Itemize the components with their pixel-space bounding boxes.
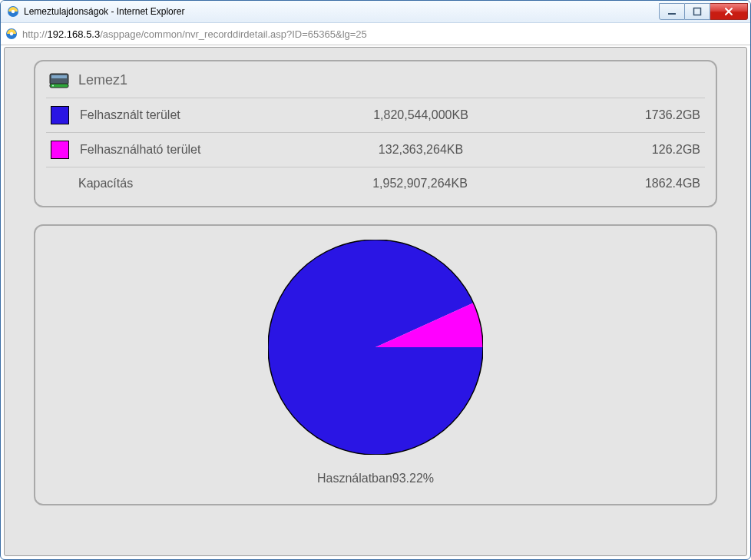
ie-favicon-icon [5, 28, 18, 40]
window-controls [659, 3, 748, 20]
titlebar[interactable]: Lemeztulajdonságok - Internet Explorer [1, 1, 750, 23]
disk-info-panel: Lemez1 Felhasznált terület1,820,544,000K… [34, 60, 717, 207]
row-gb: 1736.2GB [562, 108, 700, 122]
disk-name: Lemez1 [78, 72, 127, 88]
address-bar[interactable]: http://192.168.5.3/asppage/common/nvr_re… [1, 23, 750, 45]
pie-chart [268, 240, 483, 455]
disk-row-free: Felhasználható terület132,363,264KB126.2… [46, 132, 705, 167]
hdd-icon [49, 73, 69, 88]
disk-row-capacity: Kapacítás1,952,907,264KB1862.4GB [46, 167, 705, 200]
minimize-icon [667, 7, 677, 16]
url-prefix: http:// [22, 28, 48, 40]
disk-rows: Felhasznált terület1,820,544,000KB1736.2… [46, 98, 705, 200]
url-text: http://192.168.5.3/asppage/common/nvr_re… [22, 28, 367, 40]
ie-window: Lemeztulajdonságok - Internet Explorer h… [0, 0, 751, 560]
title-caption: Lemeztulajdonságok - Internet Explorer [7, 5, 659, 18]
page-content: Lemez1 Felhasznált terület1,820,544,000K… [4, 47, 747, 556]
row-label: Felhasznált terület [80, 108, 280, 122]
svg-rect-2 [668, 13, 676, 15]
svg-rect-3 [694, 8, 701, 15]
ie-logo-icon [7, 5, 19, 18]
minimize-button[interactable] [659, 3, 685, 20]
close-icon [723, 6, 734, 17]
url-path: /asppage/common/nvr_recorddirdetail.asp?… [100, 28, 367, 40]
row-label: Felhasználható terület [80, 143, 280, 157]
disk-header: Lemez1 [35, 61, 716, 98]
row-gb: 126.2GB [562, 143, 700, 157]
row-kb: 1,820,544,000KB [280, 108, 562, 122]
close-button[interactable] [710, 3, 748, 20]
disk-row-used: Felhasznált terület1,820,544,000KB1736.2… [46, 98, 705, 132]
usage-percent: 93.22% [392, 472, 434, 485]
svg-point-9 [52, 84, 54, 86]
free-swatch-icon [51, 141, 69, 159]
usage-caption: Használatban93.22% [317, 472, 434, 485]
url-host: 192.168.5.3 [48, 28, 101, 40]
chart-panel: Használatban93.22% [34, 224, 717, 505]
maximize-icon [693, 7, 702, 16]
svg-point-5 [10, 32, 13, 35]
usage-prefix: Használatban [317, 472, 392, 485]
maximize-button[interactable] [685, 3, 710, 20]
row-gb: 1862.4GB [562, 177, 700, 191]
svg-point-1 [12, 10, 15, 13]
used-swatch-icon [51, 106, 69, 124]
row-kb: 132,363,264KB [280, 143, 562, 157]
row-label: Kapacítás [78, 177, 278, 191]
window-title: Lemeztulajdonságok - Internet Explorer [24, 6, 184, 17]
row-kb: 1,952,907,264KB [278, 177, 562, 191]
svg-rect-7 [51, 75, 67, 78]
